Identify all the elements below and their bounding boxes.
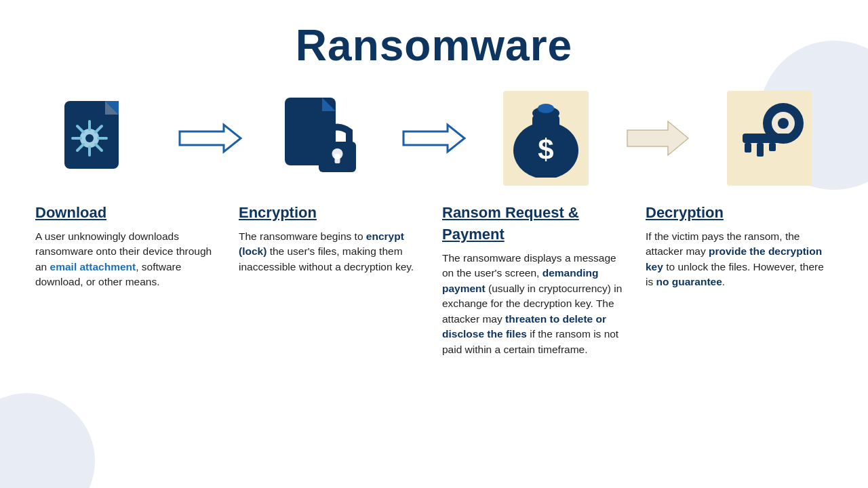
- icons-row: $: [27, 91, 841, 186]
- arrow-2: [393, 121, 475, 155]
- bg-decoration-left: [0, 393, 95, 488]
- encrypt-lock-highlight: encrypt (lock): [239, 230, 404, 257]
- decryption-icon: [732, 96, 807, 178]
- page-title: Ransomware: [296, 20, 572, 70]
- svg-rect-31: [757, 143, 764, 157]
- encryption-col: Encryption The ransomware begins to encr…: [231, 202, 434, 357]
- svg-rect-18: [335, 154, 340, 163]
- svg-rect-30: [745, 143, 751, 152]
- encryption-title: Encryption: [239, 202, 426, 224]
- arrow-3: [617, 118, 698, 159]
- decryption-icon-wrapper: [698, 91, 841, 186]
- no-guarantee-highlight: no guarantee: [656, 276, 722, 287]
- svg-marker-13: [180, 125, 241, 152]
- encryption-text: The ransomware begins to encrypt (lock) …: [239, 230, 414, 272]
- encryption-icon-wrapper: [251, 94, 393, 182]
- ransom-icon-wrapper: $: [475, 91, 617, 186]
- encryption-icon: [278, 94, 366, 182]
- decryption-title: Decryption: [646, 202, 833, 224]
- decryption-text: If the victim pays the ransom, the attac…: [646, 230, 824, 287]
- svg-marker-25: [627, 121, 688, 155]
- content-row: Download A user unknowingly downloads ra…: [27, 202, 841, 357]
- download-text: A user unknowingly downloads ransomware …: [35, 230, 212, 287]
- ransom-title: Ransom Request & Payment: [442, 202, 629, 245]
- download-title: Download: [35, 202, 222, 224]
- ransom-col: Ransom Request & Payment The ransomware …: [434, 202, 637, 357]
- ransom-text: The ransomware displays a message on the…: [442, 252, 622, 355]
- download-icon-wrapper: [27, 94, 170, 182]
- decryption-col: Decryption If the victim pays the ransom…: [637, 202, 841, 357]
- download-col: Download A user unknowingly downloads ra…: [27, 202, 231, 357]
- threaten-highlight: threaten to delete or disclose the files: [442, 313, 606, 340]
- svg-point-12: [85, 134, 94, 142]
- demanding-payment-highlight: demanding payment: [442, 267, 598, 293]
- svg-point-28: [778, 118, 789, 129]
- svg-text:$: $: [538, 134, 553, 165]
- svg-rect-29: [743, 134, 790, 143]
- svg-marker-19: [403, 125, 465, 152]
- svg-point-23: [538, 104, 554, 113]
- ransom-icon: $: [509, 96, 583, 178]
- svg-rect-32: [769, 143, 776, 151]
- download-icon: [54, 94, 142, 182]
- arrow-1: [170, 121, 251, 155]
- provide-key-highlight: provide the decryption key: [646, 245, 822, 272]
- email-attachment-highlight: email attachment: [50, 261, 136, 272]
